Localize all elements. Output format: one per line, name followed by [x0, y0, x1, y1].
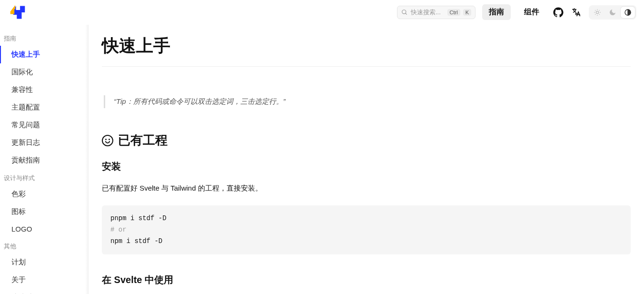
- sidebar: 指南 快速上手 国际化 兼容性 主题配置 常见问题 更新日志 贡献指南 设计与样…: [0, 25, 89, 294]
- github-icon: [553, 7, 564, 18]
- kbd-ctrl: Ctrl: [447, 9, 460, 16]
- header-right: 快速搜索... Ctrl K 指南 组件: [397, 4, 636, 20]
- sidebar-item-shortcut[interactable]: 快捷键: [0, 289, 88, 294]
- nav-guide[interactable]: 指南: [482, 4, 511, 20]
- search-input[interactable]: 快速搜索... Ctrl K: [397, 6, 476, 19]
- sidebar-group-design: 设计与样式: [0, 169, 88, 185]
- theme-light[interactable]: [590, 7, 604, 18]
- main-content: 快速上手 “Tip：所有代码或命令可以双击选定词，三击选定行。” 已有工程 安装…: [89, 25, 644, 294]
- logo-icon: [8, 4, 28, 20]
- install-para: 已有配置好 Svelte 与 Tailwind 的工程，直接安装。: [102, 182, 631, 194]
- language-switcher[interactable]: [571, 7, 582, 18]
- sidebar-item-i18n[interactable]: 国际化: [0, 63, 88, 81]
- search-placeholder: 快速搜索...: [411, 8, 445, 17]
- sun-icon: [594, 9, 601, 16]
- kbd-k: K: [463, 9, 471, 16]
- theme-dark[interactable]: [605, 7, 620, 18]
- sidebar-group-guide: 指南: [0, 30, 88, 46]
- body: 指南 快速上手 国际化 兼容性 主题配置 常见问题 更新日志 贡献指南 设计与样…: [0, 25, 644, 294]
- theme-switcher: [589, 5, 636, 20]
- sidebar-item-icons[interactable]: 图标: [0, 203, 88, 221]
- sidebar-item-about[interactable]: 关于: [0, 271, 88, 289]
- section-svelte-use: 在 Svelte 中使用: [102, 274, 631, 286]
- sidebar-item-quickstart[interactable]: 快速上手: [0, 46, 88, 63]
- code-line: pnpm i stdf -D: [110, 214, 167, 222]
- code-install[interactable]: pnpm i stdf -D # or npm i stdf -D: [102, 205, 631, 254]
- sidebar-item-changelog[interactable]: 更新日志: [0, 134, 88, 152]
- svg-point-2: [596, 11, 598, 13]
- sidebar-item-plan[interactable]: 计划: [0, 253, 88, 271]
- smile-icon: [102, 135, 113, 146]
- code-line: # or: [110, 226, 127, 233]
- sidebar-item-faq[interactable]: 常见问题: [0, 116, 88, 134]
- nav-components[interactable]: 组件: [517, 4, 546, 20]
- section-existing-title: 已有工程: [118, 132, 168, 149]
- svg-line-6: [599, 14, 600, 14]
- sidebar-item-theme[interactable]: 主题配置: [0, 99, 88, 116]
- code-line: npm i stdf -D: [110, 237, 162, 245]
- sidebar-group-other: 其他: [0, 237, 88, 253]
- svg-point-0: [402, 10, 406, 13]
- svg-line-9: [595, 14, 595, 14]
- svg-line-1: [406, 13, 407, 14]
- github-link[interactable]: [553, 7, 564, 18]
- header: 快速搜索... Ctrl K 指南 组件: [0, 0, 644, 25]
- sidebar-item-logo[interactable]: LOGO: [0, 221, 88, 237]
- contrast-icon: [624, 9, 632, 16]
- section-install: 安装: [102, 160, 631, 173]
- sidebar-item-contribute[interactable]: 贡献指南: [0, 152, 88, 169]
- sidebar-item-compat[interactable]: 兼容性: [0, 81, 88, 99]
- svg-line-10: [599, 10, 600, 10]
- svg-line-5: [595, 10, 595, 10]
- search-icon: [401, 9, 408, 16]
- language-icon: [571, 7, 582, 18]
- section-existing-project: 已有工程: [102, 132, 631, 149]
- page-title: 快速上手: [102, 34, 631, 67]
- sidebar-item-color[interactable]: 色彩: [0, 185, 88, 203]
- logo[interactable]: [8, 4, 28, 20]
- moon-icon: [609, 9, 616, 16]
- theme-auto[interactable]: [621, 7, 635, 18]
- tip-quote: “Tip：所有代码或命令可以双击选定词，三击选定行。”: [104, 95, 631, 108]
